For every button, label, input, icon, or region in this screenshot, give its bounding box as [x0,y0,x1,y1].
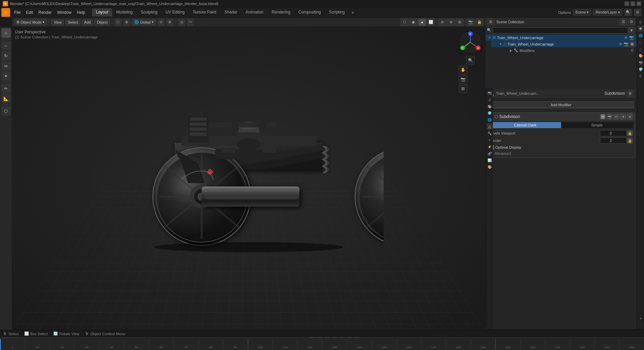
physics-icon[interactable]: ⚡ [487,144,493,150]
outliner-item-mesh[interactable]: ▼ △ Train_Wheel_Undercarriage 👁 📷 [491,41,637,47]
global-dropdown[interactable]: 🌐 Global ▾ [132,19,156,25]
camera-icon[interactable]: 📷 [459,75,467,84]
tab-animation[interactable]: Animation [241,8,267,17]
output-props-icon[interactable]: 🖨 [487,96,493,103]
timeline-ruler[interactable]: 1 10 20 30 40 50 60 70 80 90 100 110 120… [0,339,644,350]
view-layer-icon[interactable]: 📚 [487,103,493,109]
tab-uv-editing[interactable]: UV Editing [162,8,189,17]
minimize-button[interactable]: ─ [624,1,629,6]
add-modifier-button[interactable]: Add Modifier [488,101,634,108]
render-props-icon[interactable]: 📷 [487,90,493,96]
cursor-tool[interactable]: + [1,28,11,38]
annotate-tool[interactable]: ✏ [1,84,11,93]
tab-rendering[interactable]: Rendering [268,8,294,17]
tab-compositing[interactable]: Compositing [294,8,325,17]
mod-render-icon[interactable]: 📷 [607,114,613,120]
mod-realtime-icon[interactable] [600,114,606,120]
mod-edit-icon[interactable]: ✏ [613,114,619,120]
playhead[interactable] [0,339,1,350]
scene-dropdown[interactable]: Scene ▾ [573,9,591,16]
blender-icon-button[interactable]: 🔶 [1,8,10,17]
outliner-item-modifiers[interactable]: ▶ 🔧 Modifiers ⚙ [496,47,637,54]
tab-layout[interactable]: Layout [92,8,112,17]
search-icon-button[interactable]: 🔍 [624,9,632,16]
object-menu[interactable]: Object [94,19,110,25]
viewport[interactable]: User Perspective (1) Scene Collection | … [12,27,486,330]
close-button[interactable]: ✕ [637,1,641,6]
snap-icon[interactable]: ⊙ [157,19,165,26]
menu-edit[interactable]: Edit [23,9,36,16]
extra-tool[interactable]: ⬡ [1,106,11,116]
mesh-icon-2[interactable]: △ [638,46,644,52]
rotate-tool[interactable]: ↻ [1,51,11,60]
navigation-gizmo[interactable]: Z X Y [459,30,482,54]
transform-icon[interactable]: ⊕ [166,19,174,26]
blender-logo[interactable]: B [3,1,8,6]
outliner-search-input[interactable] [493,27,628,33]
tab-sculpting[interactable]: Sculpting [137,8,162,17]
mode-dropdown[interactable]: ⊞ Object Mode ▾ [14,19,47,25]
transform-tool[interactable]: ✦ [1,71,11,81]
mod-expand-icon[interactable]: ▾ [620,114,626,120]
add-menu[interactable]: Add [82,19,93,25]
outliner-item-scene-collection[interactable]: ▼ ⊞ Train_Wheel_Undercarriage 👁 📷 [486,34,637,41]
world-icon-2[interactable]: 🌍 [638,66,644,72]
material-preview[interactable]: ◉ [409,19,417,26]
menu-file[interactable]: File [11,9,23,16]
overlays-dropdown[interactable]: ⊚ [438,19,446,26]
levels-viewport-lock[interactable]: 🔒 [627,130,633,136]
wireframe-mode[interactable]: ⬜ [427,19,435,26]
zoom-out-icon[interactable]: 🔍 [466,56,475,65]
grid-icon[interactable]: ⊞ [459,84,467,93]
scale-tool[interactable]: ⇔ [1,61,11,70]
particles-icon[interactable]: ✦ [487,137,493,143]
restrict-render-icon[interactable]: 📷 [629,35,634,40]
panel-settings[interactable]: ⚙ [628,18,635,26]
view-menu[interactable]: View [51,19,64,25]
menu-render[interactable]: Render [36,9,54,16]
move-tool[interactable]: ↔ [1,41,11,50]
viewport-icon-2[interactable]: ⊕ [123,19,130,26]
menu-window[interactable]: Window [54,9,74,16]
material-icon-2[interactable]: 🎨 [638,53,644,59]
viewport-settings[interactable]: ⊞ [456,19,464,26]
filter-icon-2[interactable]: ☰ [638,19,644,25]
gizmos-dropdown[interactable]: ⊛ [447,19,455,26]
render-input[interactable] [600,138,627,144]
catmull-clark-tab[interactable]: Catmull-Clark [489,122,561,128]
scene-props-icon[interactable]: 🌍 [487,110,493,116]
modifier-settings-icon[interactable]: ⚙ [631,48,634,53]
tab-scripting[interactable]: Scripting [325,8,349,17]
view-icon[interactable]: 👁 [638,26,644,32]
mesh-restrict-1[interactable]: 👁 [619,42,622,46]
render-lock[interactable]: 🔒 [627,138,633,144]
mesh-restrict-2[interactable]: 📷 [624,42,628,46]
settings-icon-2[interactable]: ⚙ [638,73,644,79]
expand-icon-right[interactable]: ◂ [638,315,644,321]
constraints-icon[interactable]: 🔗 [487,150,493,156]
camera-view[interactable]: 📷 [467,19,475,26]
extra-icon-right[interactable]: ⋮ [638,322,644,328]
measure-tool[interactable]: 📐 [1,94,11,103]
add-workspace-button[interactable]: + [349,8,357,17]
object-icon-2[interactable]: ⬡ [638,39,644,45]
solid-mode[interactable]: ⬡ [401,19,409,26]
maximize-button[interactable]: □ [631,1,635,6]
hand-tool-icon[interactable]: ✋ [459,65,467,74]
data-props-icon[interactable]: 📊 [487,157,493,163]
renderlayer-dropdown[interactable]: RenderLayer ▾ [593,9,622,16]
modifier-props-icon[interactable]: 🔧 [487,130,493,136]
modifier-panel-settings[interactable]: ⚙ [626,90,634,97]
outliner-panel-icon[interactable]: ⊞ [487,18,494,26]
tab-texture-paint[interactable]: Texture Paint [189,8,221,17]
curve-icon[interactable]: 〜 [187,19,194,26]
proportional-icon[interactable]: ◎ [178,19,185,26]
restrict-view-icon[interactable]: 👁 [624,36,628,40]
tab-modeling[interactable]: Modeling [112,8,137,17]
mod-close-icon[interactable]: ✕ [627,114,633,120]
lock-camera[interactable]: 🔒 [475,19,484,26]
settings-icon-button[interactable]: ⚙ [634,9,641,16]
advanced-section[interactable]: ▶ Advanced [489,150,633,156]
filter-options[interactable]: ▼ [628,27,635,34]
select-menu[interactable]: Select [65,19,81,25]
